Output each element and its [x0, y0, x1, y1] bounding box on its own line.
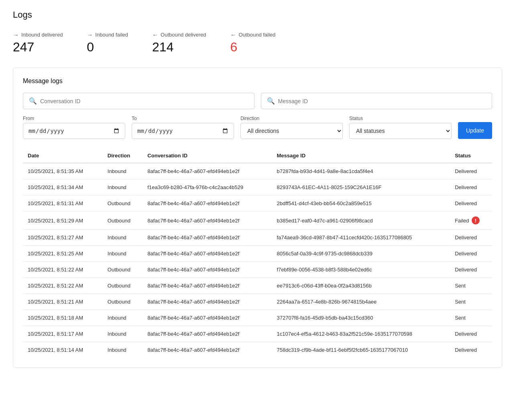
col-header-direction: Direction: [103, 149, 143, 163]
table-cell-3-row-8: 2264aa7a-6517-4e8b-826b-9674815b4aee: [272, 294, 450, 310]
table-cell-3-row-6: f7ebf89e-0056-4538-b8f3-588b4e02ed6c: [272, 262, 450, 278]
stat-label-text-inbound-failed: Inbound failed: [95, 32, 128, 38]
table-cell-2-row-1: f1ea3c69-b280-47fa-976b-c4c2aac4b529: [142, 179, 272, 196]
table-cell-1-row-10: Inbound: [103, 326, 143, 342]
card-title: Message logs: [23, 77, 492, 85]
table-cell-1-row-8: Outbound: [103, 294, 143, 310]
table-cell-2-row-11: 8afac7ff-be4c-46a7-a607-efd494eb1e2f: [142, 342, 272, 358]
stat-value-outbound-failed: 6: [230, 40, 276, 55]
direction-label: Direction: [240, 116, 343, 121]
stat-outbound-delivered: ← Outbound delivered 214: [152, 31, 206, 55]
table-row: 10/25/2021, 8:51:31 AMOutbound8afac7ff-b…: [23, 196, 492, 212]
col-header-message-id: Message ID: [272, 149, 450, 163]
status-label: Status: [349, 116, 452, 121]
stat-value-inbound-failed: 0: [87, 40, 128, 55]
col-header-conversation-id: Conversation ID: [142, 149, 272, 163]
table-cell-3-row-1: 8293743A-61EC-4A11-8025-159C26A1E16F: [272, 179, 450, 196]
table-cell-0-row-10: 10/25/2021, 8:51:17 AM: [23, 326, 103, 342]
table-cell-1-row-3: Outbound: [103, 212, 143, 230]
table-row: 10/25/2021, 8:51:17 AMInbound8afac7ff-be…: [23, 326, 492, 342]
table-status-row-6: Delivered: [450, 262, 492, 278]
update-button[interactable]: Update: [458, 122, 492, 139]
from-date-input[interactable]: [23, 123, 125, 139]
table-status-row-0: Delivered: [450, 163, 492, 179]
table-cell-0-row-1: 10/25/2021, 8:51:34 AM: [23, 179, 103, 196]
table-cell-0-row-6: 10/25/2021, 8:51:22 AM: [23, 262, 103, 278]
table-cell-3-row-0: b7287fda-b93d-4d41-9a8e-8ac1cda5f4e4: [272, 163, 450, 179]
table-cell-1-row-9: Inbound: [103, 310, 143, 326]
table-row: 10/25/2021, 8:51:22 AMOutbound8afac7ff-b…: [23, 262, 492, 278]
table-status-row-11: Delivered: [450, 342, 492, 358]
to-date-group: To: [132, 116, 234, 139]
table-cell-2-row-4: 8afac7ff-be4c-46a7-a607-efd494eb1e2f: [142, 230, 272, 246]
status-text: Failed: [455, 218, 469, 224]
conversation-id-input[interactable]: [40, 98, 248, 104]
stat-label-inbound-delivered: → Inbound delivered: [13, 31, 63, 38]
table-row: 10/25/2021, 8:51:27 AMInbound8afac7ff-be…: [23, 230, 492, 246]
table-head: DateDirectionConversation IDMessage IDSt…: [23, 149, 492, 163]
stat-value-inbound-delivered: 247: [13, 40, 63, 55]
from-date-group: From: [23, 116, 125, 139]
message-id-input[interactable]: [278, 98, 487, 104]
logs-table: DateDirectionConversation IDMessage IDSt…: [23, 149, 492, 358]
table-cell-0-row-11: 10/25/2021, 8:51:14 AM: [23, 342, 103, 358]
stat-inbound-delivered: → Inbound delivered 247: [13, 31, 63, 55]
table-row: 10/25/2021, 8:51:14 AMInbound8afac7ff-be…: [23, 342, 492, 358]
table-status-row-8: Sent: [450, 294, 492, 310]
conversation-id-search[interactable]: 🔍: [23, 93, 254, 109]
table-status-row-1: Delivered: [450, 179, 492, 196]
stat-label-text-outbound-delivered: Outbound delivered: [161, 32, 206, 38]
table-cell-2-row-7: 8afac7ff-be4c-46a7-a607-efd494eb1e2f: [142, 278, 272, 294]
search-row: 🔍 🔍: [23, 93, 492, 109]
table-cell-3-row-9: 372707f8-fa16-45d9-b5db-ba43c15cd360: [272, 310, 450, 326]
message-id-search[interactable]: 🔍: [261, 93, 493, 109]
direction-select[interactable]: All directionsInboundOutbound: [240, 123, 343, 139]
table-cell-1-row-1: Inbound: [103, 179, 143, 196]
direction-group: Direction All directionsInboundOutbound: [240, 116, 343, 139]
status-select[interactable]: All statusesDeliveredFailedSent: [349, 123, 452, 139]
stat-label-outbound-failed: ← Outbound failed: [230, 31, 276, 38]
table-row: 10/25/2021, 8:51:34 AMInboundf1ea3c69-b2…: [23, 179, 492, 196]
stat-label-text-inbound-delivered: Inbound delivered: [21, 32, 63, 38]
filters-container: 🔍 🔍 From To Direction: [23, 93, 492, 139]
table-cell-0-row-0: 10/25/2021, 8:51:35 AM: [23, 163, 103, 179]
table-cell-2-row-10: 8afac7ff-be4c-46a7-a607-efd494eb1e2f: [142, 326, 272, 342]
table-status-row-9: Sent: [450, 310, 492, 326]
to-date-input[interactable]: [132, 123, 234, 139]
stat-icon-outbound-failed: ←: [230, 31, 236, 38]
table-cell-1-row-0: Inbound: [103, 163, 143, 179]
fail-icon: !: [472, 216, 480, 224]
table-status-row-7: Sent: [450, 278, 492, 294]
table-status-row-5: Delivered: [450, 246, 492, 262]
table-cell-3-row-2: 2bdff541-d4cf-43eb-bb54-60c2a859e515: [272, 196, 450, 212]
date-filter-row: From To Direction All directionsInboundO…: [23, 116, 492, 139]
table-cell-0-row-9: 10/25/2021, 8:51:18 AM: [23, 310, 103, 326]
table-cell-3-row-5: 8056c5af-0a39-4c9f-9735-dc9868dcb339: [272, 246, 450, 262]
table-cell-3-row-10: 1c107ec4-ef5a-4612-b463-83a2f521c59e-163…: [272, 326, 450, 342]
to-label: To: [132, 116, 234, 121]
stat-icon-outbound-delivered: ←: [152, 31, 158, 38]
table-cell-2-row-0: 8afac7ff-be4c-46a7-a607-efd494eb1e2f: [142, 163, 272, 179]
stat-label-text-outbound-failed: Outbound failed: [239, 32, 276, 38]
table-cell-1-row-4: Inbound: [103, 230, 143, 246]
table-cell-0-row-7: 10/25/2021, 8:51:22 AM: [23, 278, 103, 294]
table-cell-3-row-7: ee7913c6-c06d-43ff-b0ea-0f2a43d8156b: [272, 278, 450, 294]
stat-label-outbound-delivered: ← Outbound delivered: [152, 31, 206, 38]
stat-label-inbound-failed: → Inbound failed: [87, 31, 128, 38]
table-cell-1-row-2: Outbound: [103, 196, 143, 212]
stat-inbound-failed: → Inbound failed 0: [87, 31, 128, 55]
table-body: 10/25/2021, 8:51:35 AMInbound8afac7ff-be…: [23, 163, 492, 358]
table-cell-2-row-5: 8afac7ff-be4c-46a7-a607-efd494eb1e2f: [142, 246, 272, 262]
table-cell-0-row-4: 10/25/2021, 8:51:27 AM: [23, 230, 103, 246]
from-label: From: [23, 116, 125, 121]
stat-value-outbound-delivered: 214: [152, 40, 206, 55]
table-cell-0-row-5: 10/25/2021, 8:51:25 AM: [23, 246, 103, 262]
table-cell-1-row-5: Inbound: [103, 246, 143, 262]
table-row: 10/25/2021, 8:51:29 AMOutbound8afac7ff-b…: [23, 212, 492, 230]
table-cell-1-row-6: Outbound: [103, 262, 143, 278]
table-cell-2-row-6: 8afac7ff-be4c-46a7-a607-efd494eb1e2f: [142, 262, 272, 278]
table-row: 10/25/2021, 8:51:21 AMOutbound8afac7ff-b…: [23, 294, 492, 310]
table-cell-0-row-2: 10/25/2021, 8:51:31 AM: [23, 196, 103, 212]
table-row: 10/25/2021, 8:51:25 AMInbound8afac7ff-be…: [23, 246, 492, 262]
table-status-row-10: Delivered: [450, 326, 492, 342]
